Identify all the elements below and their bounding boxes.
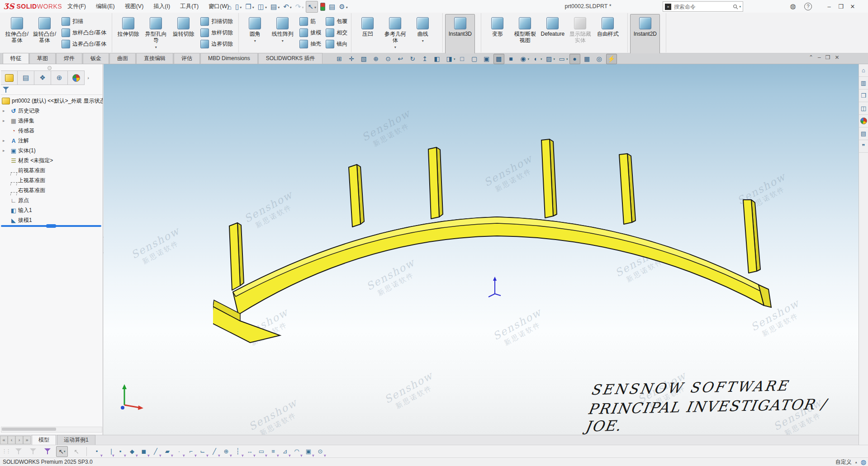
tree-item[interactable]: ▸ 历史记录: [0, 106, 103, 116]
model-tab[interactable]: 运动算例1: [57, 435, 95, 445]
tree-item[interactable]: ▸ 注解: [0, 136, 103, 146]
command-tab[interactable]: 焊件: [56, 53, 82, 64]
selection-filter-icon[interactable]: ◼: [138, 447, 150, 457]
quick-access-button[interactable]: ↖ ▾: [306, 1, 318, 13]
view-toolbar-icon[interactable]: ◎: [594, 54, 605, 64]
dropdown-caret-icon[interactable]: ▾: [528, 57, 530, 61]
quick-access-button[interactable]: ▤ ▾: [269, 1, 281, 12]
menu-item[interactable]: 插入(I): [148, 0, 175, 13]
ribbon-button[interactable]: 显示隐藏实体 ▾: [566, 14, 594, 55]
select-cursor-button[interactable]: ↖ ▾: [56, 446, 68, 457]
ribbon-button[interactable]: 变形 ▾: [484, 14, 511, 55]
tree-filter-funnel-icon[interactable]: [3, 87, 9, 93]
command-tab[interactable]: SOLIDWORKS 插件: [258, 53, 323, 64]
graphics-viewport[interactable]: Senshow 新思诺软件 Senshow 新思诺软件 Senshow 新思诺软…: [104, 64, 859, 435]
selection-filter-icon[interactable]: ∙: [173, 447, 185, 457]
tab-nav-button[interactable]: »: [23, 436, 31, 444]
command-tab[interactable]: 钣金: [83, 53, 109, 64]
ribbon-button[interactable]: 模型断裂视图 ▾: [511, 14, 539, 55]
ribbon-button[interactable]: 自由样式 ▾: [594, 14, 621, 55]
dropdown-caret-icon[interactable]: ▾: [278, 5, 280, 9]
dropdown-caret-icon[interactable]: ▾: [346, 5, 348, 9]
selection-filter-icon[interactable]: ▰: [161, 447, 173, 457]
customize-caret-icon[interactable]: ▴: [855, 460, 857, 464]
ribbon-button[interactable]: 异型孔向导 ▾: [142, 14, 170, 55]
selection-filter-icon[interactable]: ╱: [209, 447, 220, 457]
command-tab[interactable]: 草图: [29, 53, 56, 64]
quick-access-button[interactable]: ↷ ▾: [294, 1, 305, 12]
quick-access-button[interactable]: ⌂ ▾: [226, 1, 233, 12]
selection-filter-icon[interactable]: ◆: [126, 447, 138, 457]
document-window-control[interactable]: ❒: [825, 54, 830, 61]
tree-item[interactable]: ▸ 前视基准面: [0, 165, 103, 175]
customize-label[interactable]: 自定义: [835, 458, 852, 466]
panel-tab[interactable]: ▤: [18, 71, 34, 85]
panel-tab[interactable]: ⊕: [51, 71, 68, 85]
view-toolbar-icon[interactable]: ▭: [556, 54, 567, 64]
selection-filter-icon[interactable]: ▭: [256, 447, 267, 457]
tree-root-item[interactable]: prt0002 (默认) <<默认>_外观 显示状态 1>: [0, 96, 103, 106]
help-icon[interactable]: ?: [804, 3, 812, 10]
user-account-icon[interactable]: ◍: [788, 2, 798, 10]
quick-access-button[interactable]: ◫ ▾: [256, 1, 268, 12]
globe-icon[interactable]: ◍: [861, 458, 866, 466]
dropdown-caret-icon[interactable]: ▾: [314, 5, 316, 9]
model-tab[interactable]: 模型: [32, 435, 56, 445]
quick-access-button[interactable]: ⚙ ▾: [337, 1, 349, 12]
dropdown-caret-icon[interactable]: ▾: [422, 38, 424, 44]
view-toolbar-icon[interactable]: ✛: [346, 54, 357, 64]
window-control-button[interactable]: –: [823, 3, 835, 10]
selection-filter-icon[interactable]: ⌐: [185, 447, 197, 457]
command-tab[interactable]: MBD Dimensions: [200, 53, 258, 64]
dropdown-caret-icon[interactable]: ▾: [240, 5, 242, 9]
ribbon-button[interactable]: 相交: [324, 27, 349, 38]
command-tab[interactable]: 曲面: [109, 53, 136, 64]
dropdown-caret-icon[interactable]: ▾: [302, 5, 304, 9]
selection-filter-icon[interactable]: ⊙: [314, 447, 326, 457]
quick-access-button[interactable]: ▾: [319, 1, 327, 12]
ribbon-button[interactable]: 曲线 ▾: [409, 14, 436, 55]
search-icon[interactable]: [733, 4, 738, 9]
task-pane-icon[interactable]: ◫: [859, 102, 868, 115]
ribbon-button[interactable]: 参考几何体 ▾: [381, 14, 409, 55]
selection-filter-icon[interactable]: •: [91, 447, 103, 457]
search-caret-icon[interactable]: ▾: [739, 5, 741, 9]
dropdown-caret-icon[interactable]: ▾: [155, 44, 157, 51]
ribbon-button[interactable]: 压凹 ▾: [354, 14, 381, 55]
ribbon-button[interactable]: 拉伸凸台/基体 ▾: [3, 14, 31, 55]
selection-filter-icon[interactable]: ≡: [267, 447, 279, 457]
menu-item[interactable]: 文件(F): [62, 0, 91, 13]
dropdown-caret-icon[interactable]: ▾: [454, 57, 455, 61]
panel-expand-chevron-icon[interactable]: ›: [85, 71, 92, 85]
view-toolbar-icon[interactable]: ◉: [518, 54, 529, 64]
task-pane-icon[interactable]: ▤: [859, 127, 868, 140]
selection-filter-icon[interactable]: ▪: [114, 447, 126, 457]
filter-funnel-button[interactable]: [13, 446, 24, 457]
dropdown-caret-icon[interactable]: ▾: [64, 450, 66, 453]
ribbon-button[interactable]: 镜向: [324, 38, 349, 50]
search-input[interactable]: [673, 3, 731, 10]
dropdown-caret-icon[interactable]: ▾: [394, 44, 396, 51]
view-toolbar-icon[interactable]: ◨: [444, 54, 455, 64]
view-toolbar-icon[interactable]: ■: [506, 54, 517, 64]
view-toolbar-icon[interactable]: ⊞: [334, 54, 345, 64]
tree-item[interactable]: ▸ 材质 <未指定>: [0, 155, 103, 165]
menu-item[interactable]: 视图(V): [120, 0, 149, 13]
selection-filter-icon[interactable]: ┆: [232, 447, 244, 457]
ribbon-button[interactable]: 旋转切除 ▾: [170, 14, 197, 55]
panel-tab[interactable]: [1, 71, 18, 85]
scrollbar-thumb[interactable]: [2, 428, 56, 431]
ribbon-button[interactable]: 扫描切除: [199, 16, 234, 27]
panel-collapse-dot[interactable]: [47, 66, 52, 70]
expander-icon[interactable]: ▸: [3, 108, 9, 113]
window-control-button[interactable]: ❒: [835, 3, 847, 10]
dropdown-caret-icon[interactable]: ▾: [282, 38, 284, 44]
dropdown-caret-icon[interactable]: ▾: [541, 57, 542, 61]
quick-access-button[interactable]: ▯ ▾: [234, 1, 243, 12]
dropdown-caret-icon[interactable]: ▾: [554, 57, 555, 61]
dropdown-caret-icon[interactable]: ▾: [252, 5, 254, 9]
tree-item[interactable]: ▸ 原点: [0, 195, 103, 205]
ribbon-button[interactable]: Instant3D ▾: [445, 14, 475, 55]
part-model[interactable]: [213, 131, 778, 348]
menu-item[interactable]: 编辑(E): [91, 0, 120, 13]
